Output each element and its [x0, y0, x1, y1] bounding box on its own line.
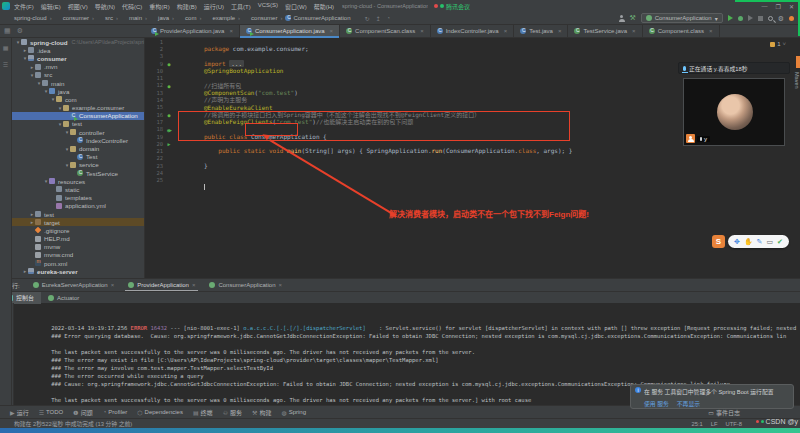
project-tree-panel[interactable]: spring-cloud C:\Users\AP\IdeaProjects\sp… [12, 38, 145, 278]
menu-item[interactable]: 窗口(W) [285, 2, 307, 11]
breadcrumb-item[interactable]: consumer [235, 15, 277, 21]
project-stripe-icon[interactable]: ▦ [3, 44, 9, 51]
tree-row[interactable]: service [12, 161, 144, 169]
menu-item[interactable]: 视图(V) [68, 2, 88, 11]
notification-action-link[interactable]: 不再显示 [677, 399, 700, 408]
tree-row[interactable]: resources [12, 177, 144, 185]
screen-annotate-toolbar[interactable]: S ✥✋✎▭✔ [712, 234, 789, 248]
menu-item[interactable]: VCS(S) [258, 2, 278, 11]
run-config-tab[interactable]: EurekaServerApplication × [26, 279, 122, 291]
gutter-icon[interactable] [163, 82, 175, 89]
call-status-bar[interactable]: 正在通话 y.春春成18秒 [678, 62, 790, 74]
pen-icon[interactable]: ✎ [757, 238, 763, 245]
user-icon[interactable] [618, 15, 624, 21]
tree-row[interactable]: .gitignore [12, 226, 144, 234]
run-config-tab[interactable]: ConsumerApplication × [202, 279, 289, 291]
tool-window-button[interactable]: ◔ Profiler [103, 408, 128, 417]
tree-row[interactable]: templates [12, 194, 144, 202]
menu-item[interactable]: 重构(R) [149, 2, 169, 11]
close-tab-icon[interactable]: × [330, 28, 334, 34]
close-tab-icon[interactable]: × [420, 28, 424, 34]
menu-item[interactable]: 运行(U) [204, 2, 224, 11]
menu-item[interactable]: 导航(N) [95, 2, 115, 11]
inspections-widget[interactable]: 1 ˅ [770, 41, 786, 47]
stop-button[interactable] [758, 16, 763, 21]
tree-row[interactable]: Test [12, 153, 144, 161]
tree-row[interactable]: application.yml [12, 202, 144, 210]
meeting-indicator[interactable]: 腾讯会议 [434, 2, 470, 11]
code-line[interactable]: 1 package com.example.consumer; [145, 38, 800, 45]
notification-balloon[interactable]: i 在 服务 工具窗口中管理多个 Spring Boot 运行配置 使用 服务不… [630, 384, 794, 409]
breadcrumb-item[interactable]: main [113, 15, 142, 21]
tree-row[interactable]: com [12, 95, 144, 103]
run-configuration-select[interactable]: ConsumerApplication ▾ [641, 13, 723, 23]
coverage-run-icon[interactable] [748, 15, 753, 21]
tree-row[interactable]: target [12, 218, 144, 226]
editor-tab[interactable]: Test.java × [514, 25, 568, 38]
maximize-button[interactable]: ❐ [776, 3, 781, 10]
tree-row[interactable]: spring-cloud C:\Users\AP\IdeaProjects\sp… [12, 38, 144, 46]
menu-item[interactable]: 帮助(H) [314, 2, 334, 11]
tree-row[interactable]: consumer [12, 54, 144, 62]
tree-row[interactable]: mvnw.cmd [12, 251, 144, 259]
refresh-icon[interactable]: ↻ [364, 15, 369, 22]
tree-row[interactable]: domain [12, 144, 144, 152]
tree-row[interactable]: IndexController [12, 136, 144, 144]
tree-row[interactable]: .mvn [12, 63, 144, 71]
close-tab-icon[interactable]: × [278, 282, 282, 288]
menu-item[interactable]: 文件(F) [14, 2, 34, 11]
run-button[interactable] [728, 15, 733, 21]
tool-window-button[interactable]: ♲ 服务 [223, 408, 242, 417]
search-icon[interactable] [768, 16, 773, 21]
tree-row[interactable]: java [12, 87, 144, 95]
tree-row[interactable]: eureka-server [12, 267, 144, 275]
tool-window-button[interactable]: ◍ Spring [281, 408, 306, 417]
tree-row[interactable]: controller [12, 128, 144, 136]
caret-position[interactable]: 25:1 [692, 421, 703, 427]
editor-tab[interactable]: ComponentScan.class × [340, 25, 431, 38]
tree-row[interactable]: TestService [12, 169, 144, 177]
editor-tab[interactable]: TestService.java × [568, 25, 642, 38]
history-icon[interactable]: ◔ [387, 15, 391, 22]
close-button[interactable]: ✕ [789, 3, 794, 10]
build-hammer-icon[interactable]: ⚒ [629, 14, 635, 22]
close-tab-icon[interactable]: × [709, 28, 713, 34]
breadcrumb-item[interactable]: consumer [47, 15, 89, 21]
breadcrumb-item[interactable]: java [142, 15, 169, 21]
tree-row[interactable]: .idea [12, 46, 144, 54]
project-view-icon[interactable]: ▦ [4, 27, 11, 35]
close-tab-icon[interactable]: × [632, 28, 636, 34]
run-config-tab[interactable]: ProviderApplication × [121, 279, 202, 291]
close-tab-icon[interactable]: × [558, 28, 562, 34]
voice-call-overlay[interactable]: 正在通话 y.春春成18秒 y [678, 62, 790, 150]
close-tab-icon[interactable]: × [111, 282, 115, 288]
close-tab-icon[interactable]: × [229, 28, 233, 34]
notification-icon[interactable] [789, 16, 794, 21]
menu-item[interactable]: 构建(B) [177, 2, 197, 11]
commit-icon[interactable]: ↥ [376, 15, 381, 22]
tool-window-button[interactable]: ⚒ 构建 [252, 408, 271, 417]
run-view-tab[interactable]: Actuator [41, 292, 86, 304]
breadcrumb-item[interactable]: ConsumerApplication [277, 15, 350, 21]
check-icon[interactable]: ✔ [777, 238, 783, 245]
breadcrumb-item[interactable]: example [196, 15, 235, 21]
tree-row[interactable]: pom.xml [12, 259, 144, 267]
share-brand-icon[interactable]: S [712, 235, 725, 248]
tool-window-button[interactable]: ☰ TODO [39, 408, 64, 417]
encoding[interactable]: UTF-8 [726, 421, 742, 427]
editor-tab[interactable]: ProviderApplication.java × [145, 25, 240, 38]
call-video-window[interactable]: y [683, 78, 785, 146]
gutter-icon[interactable] [163, 111, 175, 118]
gutter-icon[interactable] [163, 140, 175, 147]
gutter-icon[interactable] [163, 126, 175, 133]
menu-item[interactable]: 编辑(E) [41, 2, 61, 11]
code-line[interactable]: 24 [145, 169, 800, 176]
move-icon[interactable]: ✥ [734, 238, 740, 245]
tree-row[interactable]: src [12, 71, 144, 79]
breadcrumb-item[interactable]: com [169, 15, 196, 21]
notification-action-link[interactable]: 使用 服务 [644, 399, 669, 408]
menu-item[interactable]: 代码(C) [122, 2, 142, 11]
tree-row[interactable]: ConsumerApplication [12, 112, 144, 120]
code-line[interactable]: 22 } [145, 155, 800, 162]
close-tab-icon[interactable]: × [504, 28, 508, 34]
